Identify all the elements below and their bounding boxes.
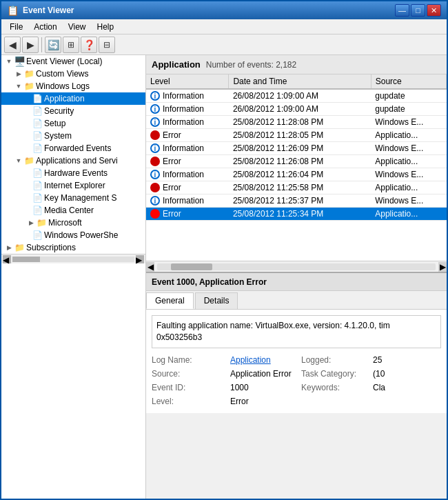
sidebar-label-apps-services: Applications and Servi	[36, 156, 118, 166]
level-label-3: Error	[163, 130, 181, 140]
table-row[interactable]: i Information 25/08/2012 11:25:37 PM Win…	[146, 194, 447, 208]
sidebar-item-custom-views[interactable]: ▶ 📁 Custom Views	[1, 68, 145, 80]
table-row[interactable]: i Information 26/08/2012 1:09:00 AM gupd…	[146, 103, 447, 116]
cell-datetime-3: 25/08/2012 11:28:05 PM	[229, 129, 371, 142]
menu-file[interactable]: File	[4, 20, 28, 34]
cell-source-8: Windows E...	[371, 194, 446, 208]
maximize-button[interactable]: □	[411, 4, 425, 17]
sidebar-item-hardware[interactable]: 📄 Hardware Events	[1, 167, 145, 179]
scroll-track[interactable]	[12, 257, 134, 262]
tree-arrow-custom[interactable]: ▶	[14, 70, 23, 77]
scroll-right[interactable]: ▶	[136, 255, 144, 263]
table-row[interactable]: i Information 26/08/2012 1:09:00 AM gupd…	[146, 89, 447, 103]
tab-details[interactable]: Details	[195, 292, 238, 309]
sidebar-item-forwarded[interactable]: 📄 Forwarded Events	[1, 142, 145, 154]
col-datetime[interactable]: Date and Time	[229, 74, 371, 89]
hscroll-thumb[interactable]	[171, 263, 212, 270]
sidebar-item-subscriptions[interactable]: ▶ 📁 Subscriptions	[1, 241, 145, 254]
cell-level-3: Error	[146, 129, 229, 142]
sidebar-item-setup[interactable]: 📄 Setup	[1, 117, 145, 130]
properties-button[interactable]: ⊞	[63, 37, 79, 53]
menu-bar: File Action View Help	[1, 19, 447, 34]
event-id-value: 1000	[230, 381, 298, 394]
minimize-button[interactable]: —	[395, 4, 409, 17]
table-row[interactable]: i Information 25/08/2012 11:26:09 PM Win…	[146, 142, 447, 155]
level-icon-4: i	[150, 143, 160, 153]
col-source[interactable]: Source	[371, 74, 446, 89]
menu-help[interactable]: Help	[92, 20, 120, 34]
detail-header: Event 1000, Application Error	[146, 273, 447, 291]
cell-source-0: gupdate	[371, 89, 446, 103]
table-row[interactable]: Error 25/08/2012 11:25:34 PM Applicatio.…	[146, 208, 447, 221]
scroll-thumb[interactable]	[12, 257, 40, 262]
folder-icon-custom: 📁	[23, 68, 34, 79]
table-row[interactable]: Error 25/08/2012 11:28:05 PM Applicatio.…	[146, 129, 447, 142]
level-icon-0: i	[150, 91, 160, 101]
sidebar-label-security: Security	[44, 106, 74, 116]
table-row[interactable]: i Information 25/08/2012 11:28:08 PM Win…	[146, 116, 447, 129]
sidebar-item-media-center[interactable]: 📄 Media Center	[1, 204, 145, 217]
table-row[interactable]: Error 25/08/2012 11:26:08 PM Applicatio.…	[146, 155, 447, 168]
sidebar-item-apps-services[interactable]: ▼ 📁 Applications and Servi	[1, 154, 145, 167]
close-button[interactable]: ✕	[427, 4, 441, 17]
menu-view[interactable]: View	[63, 20, 92, 34]
log-icon-forwarded: 📄	[32, 143, 43, 154]
cell-level-2: i Information	[146, 116, 229, 129]
keywords-value: Cla	[373, 381, 441, 394]
table-row[interactable]: Error 25/08/2012 11:25:58 PM Applicatio.…	[146, 181, 447, 194]
toolbar: ◀ ▶ 🔄 ⊞ ❓ ⊟	[1, 34, 447, 55]
sidebar-label-microsoft: Microsoft	[48, 218, 82, 228]
log-icon-ie: 📄	[32, 180, 43, 191]
tree-arrow-apps[interactable]: ▼	[14, 157, 23, 164]
refresh-button[interactable]: 🔄	[45, 37, 61, 53]
back-button[interactable]: ◀	[4, 37, 21, 53]
cell-datetime-5: 25/08/2012 11:26:08 PM	[229, 155, 371, 168]
event-table-hscroll[interactable]: ◀ ▶	[146, 261, 447, 272]
detail-fields: Log Name: Application Logged: 25 Source:…	[152, 354, 441, 408]
forward-button[interactable]: ▶	[22, 37, 39, 53]
level-label-1: Information	[163, 104, 204, 114]
detail-tabs: General Details	[146, 291, 447, 310]
sidebar-item-microsoft[interactable]: ▶ 📁 Microsoft	[1, 217, 145, 229]
collapse-button[interactable]: ⊟	[99, 37, 115, 53]
tab-general[interactable]: General	[146, 292, 194, 309]
sidebar-item-security[interactable]: 📄 Security	[1, 105, 145, 117]
help-button[interactable]: ❓	[81, 37, 97, 53]
log-name-value[interactable]: Application	[230, 354, 298, 366]
toolbar-separator	[41, 37, 42, 52]
level-icon-9	[150, 209, 160, 219]
menu-action[interactable]: Action	[28, 20, 62, 34]
level-icon-2: i	[150, 117, 160, 127]
table-row[interactable]: i Information 25/08/2012 11:26:04 PM Win…	[146, 168, 447, 181]
sidebar-label-setup: Setup	[44, 119, 65, 128]
logged-value: 25	[373, 354, 441, 366]
sidebar-item-windows-logs[interactable]: ▼ 📁 Windows Logs	[1, 80, 145, 92]
sidebar-item-system[interactable]: 📄 System	[1, 130, 145, 142]
sidebar-label-application: Application	[44, 94, 85, 103]
sidebar-item-internet-explorer[interactable]: 📄 Internet Explorer	[1, 179, 145, 192]
event-table[interactable]: Level Date and Time Source i Information…	[146, 74, 447, 261]
tree-arrow-winlogs[interactable]: ▼	[14, 83, 23, 90]
sidebar-item-application[interactable]: 📄 Application	[1, 92, 145, 105]
sidebar-hscroll[interactable]: ◀ ▶	[1, 254, 145, 263]
cell-level-7: Error	[146, 181, 229, 194]
tree-arrow-ms[interactable]: ▶	[26, 219, 36, 226]
hscroll-right[interactable]: ▶	[438, 262, 447, 272]
hscroll-left[interactable]: ◀	[146, 262, 154, 272]
sidebar-label-windows-logs: Windows Logs	[36, 81, 90, 91]
tree-arrow-sub[interactable]: ▶	[4, 244, 14, 251]
folder-icon-apps: 📁	[23, 155, 34, 166]
sidebar-item-powershell[interactable]: 📄 Windows PowerShe	[1, 229, 145, 241]
tree-arrow-root[interactable]: ▼	[4, 58, 14, 65]
hscroll-track[interactable]	[157, 263, 436, 270]
title-bar-text: Event Viewer	[23, 6, 391, 15]
keywords-label: Keywords:	[301, 381, 370, 394]
col-level[interactable]: Level	[146, 74, 229, 89]
table-header-row: Level Date and Time Source	[146, 74, 447, 89]
scroll-left[interactable]: ◀	[3, 255, 11, 263]
sidebar-label-ps: Windows PowerShe	[44, 230, 118, 240]
sidebar-item-root[interactable]: ▼ 🖥️ Event Viewer (Local)	[1, 55, 145, 68]
sidebar-label-system: System	[44, 131, 72, 141]
sidebar-item-key-mgmt[interactable]: 📄 Key Management S	[1, 192, 145, 204]
cell-level-0: i Information	[146, 89, 229, 103]
